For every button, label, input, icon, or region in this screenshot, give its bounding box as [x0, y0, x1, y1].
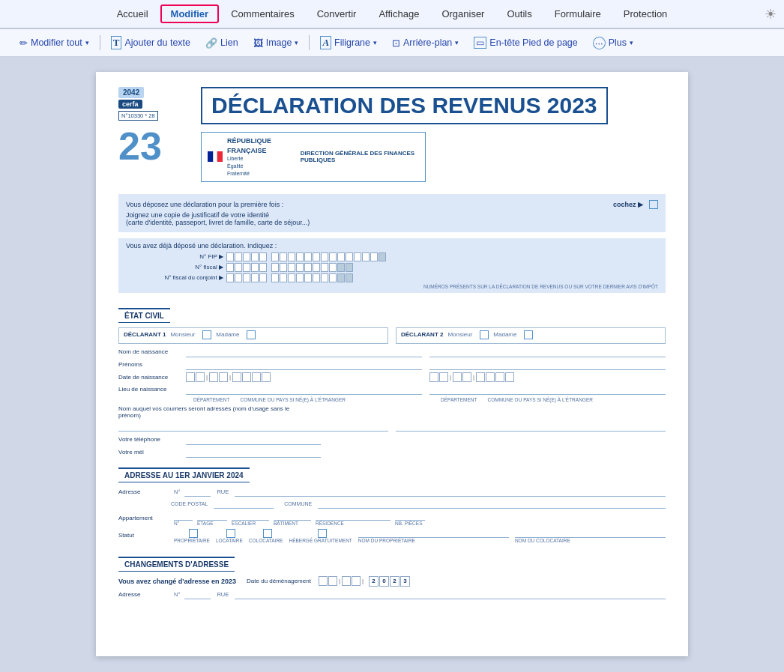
lieu-naissance-input-1[interactable]	[186, 384, 422, 395]
locataire-checkbox[interactable]	[226, 529, 235, 538]
day1-1	[186, 372, 195, 382]
header-icon: ▭	[474, 37, 486, 49]
madame2-checkbox[interactable]	[524, 330, 533, 339]
dept1-label: DÉPARTEMENT	[193, 397, 230, 402]
prenoms-input-2[interactable]	[429, 360, 666, 370]
rue-input[interactable]	[235, 487, 666, 497]
nom-naissance-input-1[interactable]	[186, 347, 422, 357]
separator-1	[100, 35, 100, 50]
settings-icon[interactable]: ☀	[765, 6, 777, 22]
prenoms-input-1[interactable]	[186, 360, 422, 370]
adresse-title: ADRESSE AU 1ER JANVIER 2024	[124, 471, 244, 479]
dd-3	[342, 576, 351, 586]
fip-box-6	[271, 252, 279, 261]
more-icon: ···	[593, 37, 606, 49]
declarants-row: DÉCLARANT 1 Monsieur Madame DÉCLARANT 2 …	[118, 327, 666, 344]
num-input[interactable]	[184, 487, 211, 497]
menu-convertir[interactable]: Convertir	[307, 4, 367, 23]
fip-box-9	[296, 252, 304, 261]
fc-box-3	[243, 273, 250, 282]
courriers-input-2[interactable]	[396, 421, 666, 432]
fc-box-1	[226, 273, 234, 282]
menu-modifier[interactable]: Modifier	[160, 4, 220, 23]
nom-naissance-input-2[interactable]	[429, 347, 666, 357]
nb-pieces-sublabel: NB. PIÈCES	[395, 521, 425, 526]
batiment-input[interactable]	[274, 511, 311, 521]
commune1-label: COMMUNE OU PAYS SI NÉ(E) À L'ÉTRANGER	[241, 397, 346, 402]
year-big: 23	[118, 127, 162, 166]
ybox-2: 2	[369, 576, 379, 587]
menu-formulaire[interactable]: Formulaire	[544, 4, 612, 23]
residence-input[interactable]	[316, 511, 391, 521]
nom-proprio-input[interactable]	[358, 528, 509, 538]
date-naissance-row: Date de naissance | | | |	[118, 372, 666, 382]
f-box-5	[259, 263, 267, 272]
statut-row: Statut PROPRIÉTAIRE LOCATAIRE COLOCATAIR…	[118, 528, 666, 543]
courriers-input-1[interactable]	[118, 421, 388, 432]
nb-pieces-input[interactable]	[395, 511, 425, 521]
toolbar-lien[interactable]: 🔗 Lien	[198, 34, 246, 52]
menu-affichage[interactable]: Affichage	[368, 4, 429, 23]
commune-input[interactable]	[318, 499, 666, 509]
monsieur1-label: Monsieur	[170, 331, 195, 338]
menu-protection[interactable]: Protection	[613, 4, 678, 23]
filigrane-label: Filigrane	[334, 37, 370, 48]
lieu-naissance-input-2[interactable]	[429, 384, 666, 395]
madame1-checkbox[interactable]	[247, 330, 256, 339]
separator-2	[309, 35, 310, 50]
fip-box-11	[313, 252, 320, 261]
toolbar-entete[interactable]: ▭ En-tête Pied de page	[466, 34, 585, 52]
etage-sublabel: ÉTAGE	[197, 521, 227, 526]
code-postal-input[interactable]	[214, 499, 274, 509]
menu-accueil[interactable]: Accueil	[106, 4, 159, 23]
heberge-checkbox[interactable]	[318, 529, 327, 538]
fip-box-4	[251, 252, 259, 261]
etage-input[interactable]	[197, 511, 227, 521]
mel-input[interactable]	[186, 447, 321, 458]
chevron-plus: ▾	[630, 39, 633, 46]
date-demenagement-label: Date du déménagement	[247, 578, 311, 584]
date-demenag-boxes: | |	[319, 576, 364, 586]
year2-1	[476, 372, 485, 382]
toolbar-ajouter-texte[interactable]: T Ajouter du texte	[103, 33, 198, 52]
toolbar-image[interactable]: 🖼 Image ▾	[246, 34, 307, 52]
rue2-input[interactable]	[235, 590, 666, 599]
fip-box-17	[362, 252, 370, 261]
fip-box-5	[259, 252, 267, 261]
menu-bar: Accueil Modifier Commentaires Convertir …	[0, 0, 784, 28]
proprio-checkbox[interactable]	[189, 529, 198, 538]
toolbar-modifier-tout[interactable]: ✏ Modifier tout ▾	[12, 34, 97, 52]
declaration-left: Vous déposez une déclaration pour la pre…	[118, 188, 666, 297]
monsieur1-checkbox[interactable]	[202, 330, 211, 339]
menu-organiser[interactable]: Organiser	[431, 4, 495, 23]
entete-label: En-tête Pied de page	[489, 37, 577, 48]
declarant1-label: DÉCLARANT 1	[124, 331, 166, 338]
month1-2	[219, 372, 228, 382]
coloc-checkbox[interactable]	[263, 529, 272, 538]
toolbar-plus[interactable]: ··· Plus ▾	[585, 34, 641, 52]
nom-coloc-input[interactable]	[515, 528, 666, 538]
appart-num-input[interactable]	[174, 511, 193, 521]
first-decl-checkbox[interactable]	[649, 200, 658, 209]
content-area: 2042 cerfa N°10330 * 28 23 DÉCLARATION D…	[0, 57, 784, 671]
changements-header: CHANGEMENTS D'ADRESSE	[118, 557, 235, 572]
form-title: DÉCLARATION DES REVENUS 2023	[201, 87, 608, 124]
monsieur2-checkbox[interactable]	[480, 330, 489, 339]
fc-box-15	[346, 273, 353, 282]
menu-outils[interactable]: Outils	[496, 4, 542, 23]
escalier-input[interactable]	[232, 511, 269, 521]
dept1-labels: DÉPARTEMENT COMMUNE OU PAYS SI NÉ(E) À L…	[193, 397, 418, 402]
rue2-label: RUE	[217, 591, 229, 598]
num2-input[interactable]	[184, 590, 211, 599]
declarant1-block: DÉCLARANT 1 Monsieur Madame	[118, 327, 388, 344]
locataire-col: LOCATAIRE	[216, 529, 243, 543]
toolbar-filigrane[interactable]: A Filigrane ▾	[313, 33, 385, 52]
adresse-header: ADRESSE AU 1ER JANVIER 2024	[118, 467, 250, 482]
fc-box-2	[235, 273, 242, 282]
dd-sep2: |	[362, 578, 364, 584]
toolbar-arriere-plan[interactable]: ⊡ Arrière-plan ▾	[385, 34, 466, 52]
chevron-image: ▾	[295, 39, 298, 46]
telephone-input[interactable]	[186, 435, 321, 445]
menu-commentaires[interactable]: Commentaires	[220, 4, 305, 23]
filigrane-icon: A	[320, 36, 331, 49]
